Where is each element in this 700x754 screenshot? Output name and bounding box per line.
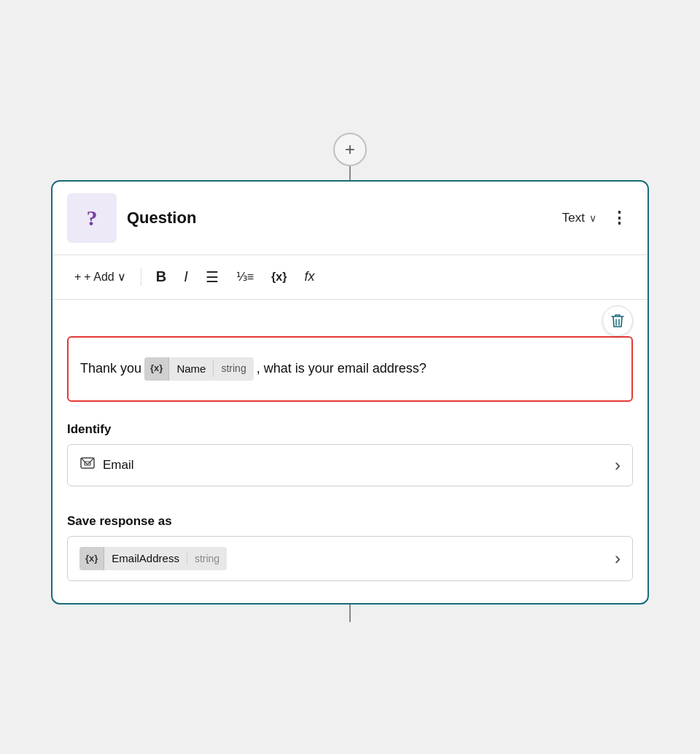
save-section-label: Save response as	[52, 508, 648, 536]
variable-button[interactable]: {x}	[264, 266, 294, 288]
connector-line-top	[349, 166, 351, 180]
add-label: + Add	[84, 271, 114, 284]
var-chip-icon: {x}	[144, 357, 169, 381]
add-button-top[interactable]: +	[333, 133, 367, 166]
type-label: Text	[562, 211, 585, 225]
delete-button[interactable]	[602, 306, 633, 336]
question-text-box[interactable]: Thank you {x} Name string , what is your…	[67, 336, 633, 402]
question-text-area-wrapper: Thank you {x} Name string , what is your…	[52, 336, 648, 416]
italic-button[interactable]: I	[176, 264, 195, 289]
add-chevron-icon: ∨	[117, 270, 126, 284]
numbered-list-icon: ⅟₃≡	[236, 270, 254, 284]
formula-icon: fx	[304, 269, 314, 284]
add-plus-icon: +	[74, 271, 81, 284]
card-title: Question	[127, 209, 552, 228]
email-row[interactable]: Email ›	[67, 444, 633, 486]
spacer-2	[52, 591, 648, 603]
save-var-chip: {x} EmailAddress string	[79, 547, 227, 570]
bullet-list-button[interactable]: ☰	[198, 264, 226, 290]
connector-line-bottom	[349, 605, 351, 622]
delete-btn-area	[52, 300, 648, 336]
save-chevron-icon: ›	[615, 548, 621, 569]
add-button[interactable]: + + Add ∨	[67, 265, 133, 288]
numbered-list-button[interactable]: ⅟₃≡	[229, 265, 261, 288]
toolbar: + + Add ∨ B I ☰ ⅟₃≡ {x} fx	[52, 255, 648, 300]
type-selector[interactable]: Text ∨	[562, 211, 596, 225]
question-card: ? Question Text ∨ ⋮ + + Add ∨ B I ☰ ⅟₃≡	[51, 180, 649, 605]
question-icon-wrapper: ?	[67, 193, 117, 243]
save-var-chip-icon: {x}	[79, 547, 104, 570]
variable-icon: {x}	[271, 271, 287, 284]
chevron-down-icon: ∨	[589, 212, 596, 224]
var-chip-type: string	[213, 360, 253, 376]
save-var-chip-name: EmailAddress	[104, 552, 187, 564]
question-mark-icon: ?	[87, 206, 98, 230]
variable-chip[interactable]: {x} Name string	[144, 357, 254, 381]
card-header: ? Question Text ∨ ⋮	[52, 182, 648, 255]
email-icon	[79, 455, 96, 475]
more-menu-button[interactable]: ⋮	[607, 209, 633, 228]
toolbar-divider-1	[141, 268, 141, 286]
var-chip-name: Name	[169, 360, 213, 378]
email-label: Email	[103, 458, 607, 473]
main-wrapper: + ? Question Text ∨ ⋮ + + Add ∨ B I	[51, 133, 649, 622]
plus-icon: +	[345, 139, 355, 160]
spacer-1	[52, 497, 648, 508]
question-text-prefix: Thank you	[80, 358, 141, 379]
trash-icon	[611, 314, 624, 328]
question-text-suffix: , what is your email address?	[257, 358, 427, 379]
formula-button[interactable]: fx	[297, 265, 322, 289]
identify-section-label: Identify	[52, 416, 648, 444]
bold-button[interactable]: B	[149, 264, 174, 289]
save-var-chip-type: string	[187, 553, 227, 564]
bullet-list-icon: ☰	[206, 268, 219, 286]
save-response-row[interactable]: {x} EmailAddress string ›	[67, 536, 633, 581]
email-chevron-icon: ›	[615, 455, 621, 475]
